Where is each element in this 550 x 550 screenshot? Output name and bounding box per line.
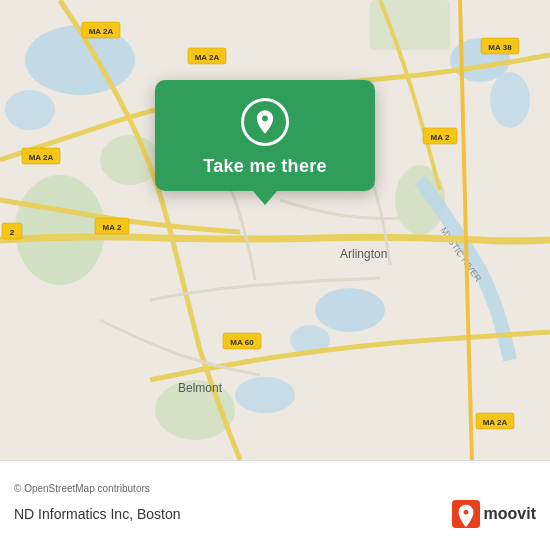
svg-text:MA 2: MA 2 — [431, 133, 450, 142]
popup-card[interactable]: Take me there — [155, 80, 375, 191]
business-name: ND Informatics Inc, Boston — [14, 506, 181, 522]
svg-point-2 — [5, 90, 55, 130]
svg-text:2: 2 — [10, 228, 15, 237]
svg-text:Arlington: Arlington — [340, 247, 387, 261]
svg-point-8 — [15, 175, 105, 285]
svg-text:MA 2: MA 2 — [103, 223, 122, 232]
location-icon — [241, 98, 289, 146]
svg-text:MA 2A: MA 2A — [483, 418, 508, 427]
svg-text:MA 2A: MA 2A — [195, 53, 220, 62]
svg-point-5 — [315, 288, 385, 332]
take-me-there-label: Take me there — [203, 156, 327, 177]
svg-text:MA 60: MA 60 — [230, 338, 254, 347]
moovit-logo: moovit — [452, 500, 536, 528]
svg-point-7 — [235, 377, 295, 413]
svg-point-9 — [100, 135, 160, 185]
map-container: MYSTIC RIVER MA 2A MA 2A MA 2A MA 2 — [0, 0, 550, 460]
copyright-text: © OpenStreetMap contributors — [14, 483, 536, 494]
svg-text:MA 2A: MA 2A — [29, 153, 54, 162]
bottom-bar: © OpenStreetMap contributors ND Informat… — [0, 460, 550, 550]
svg-point-4 — [490, 72, 530, 128]
bottom-row: ND Informatics Inc, Boston moovit — [14, 500, 536, 528]
svg-text:MA 38: MA 38 — [488, 43, 512, 52]
svg-text:Belmont: Belmont — [178, 381, 223, 395]
moovit-brand-icon — [452, 500, 480, 528]
svg-text:MA 2A: MA 2A — [89, 27, 114, 36]
moovit-text: moovit — [484, 505, 536, 523]
